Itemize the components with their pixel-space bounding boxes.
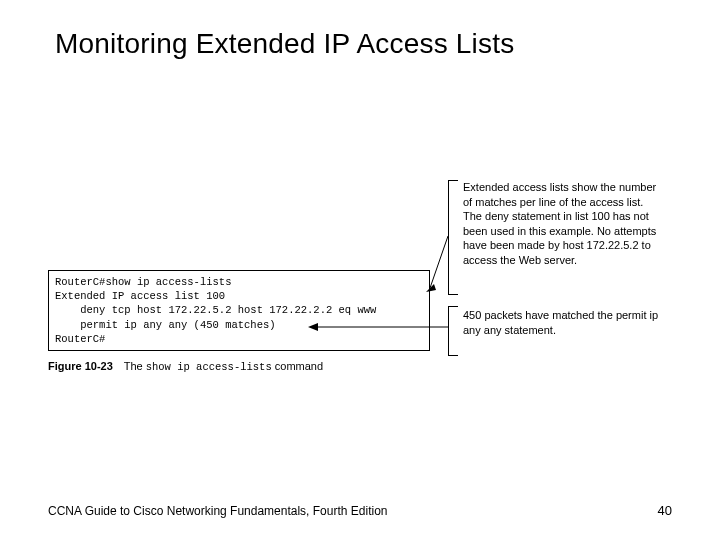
figure-command: show ip access-lists (146, 361, 272, 373)
terminal-line: deny tcp host 172.22.5.2 host 172.22.2.2… (55, 303, 423, 317)
figure-caption: Figure 10-23 The show ip access-lists co… (48, 360, 323, 373)
footer-text: CCNA Guide to Cisco Networking Fundament… (48, 504, 388, 518)
terminal-output: RouterC#show ip access-lists Extended IP… (48, 270, 430, 351)
terminal-line: RouterC# (55, 332, 423, 346)
slide-title: Monitoring Extended IP Access Lists (55, 28, 514, 60)
terminal-line: permit ip any any (450 matches) (55, 318, 423, 332)
terminal-line: RouterC#show ip access-lists (55, 275, 423, 289)
bracket-icon (448, 180, 458, 295)
annotation-bottom: 450 packets have matched the permit ip a… (463, 308, 663, 337)
page-number: 40 (658, 503, 672, 518)
svg-line-0 (430, 236, 448, 288)
figure-text-prefix: The (124, 360, 146, 372)
figure-number: Figure 10-23 (48, 360, 113, 372)
figure-text-suffix: command (272, 360, 323, 372)
content-area: RouterC#show ip access-lists Extended IP… (48, 178, 672, 438)
bracket-icon (448, 306, 458, 356)
annotation-top: Extended access lists show the number of… (463, 180, 663, 267)
terminal-line: Extended IP access list 100 (55, 289, 423, 303)
